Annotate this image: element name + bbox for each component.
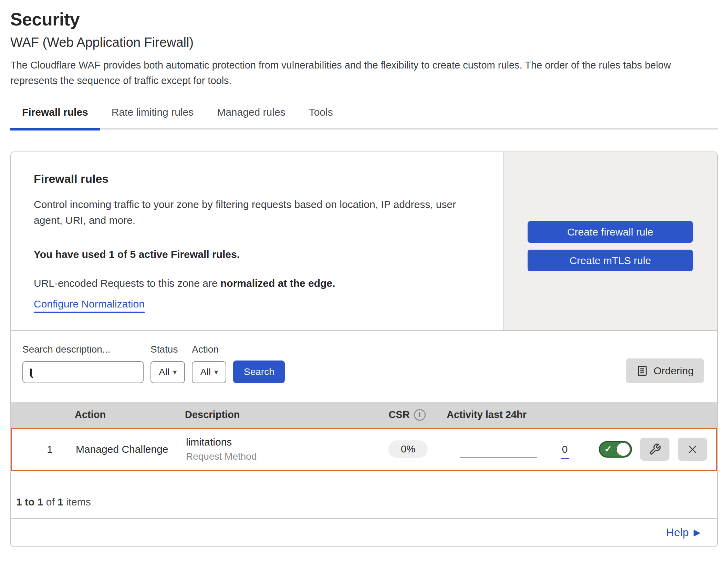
firewall-rules-description: Control incoming traffic to your zone by…: [34, 197, 478, 229]
filter-bar: Search description... Status All ▾ Actio…: [11, 330, 717, 402]
status-filter-label: Status: [150, 344, 185, 355]
pagination-range: 1 to 1: [16, 496, 43, 508]
ordering-button-label: Ordering: [654, 365, 694, 377]
firewall-rules-heading: Firewall rules: [34, 172, 482, 186]
tab-managed-rules[interactable]: Managed rules: [205, 104, 297, 128]
activity-count-link[interactable]: 0: [561, 443, 569, 459]
page-description: The Cloudflare WAF provides both automat…: [10, 58, 717, 88]
rule-description-cell: limitations Request Method: [176, 436, 372, 462]
help-arrow-icon: ▶: [694, 527, 700, 538]
edit-rule-button[interactable]: [640, 438, 669, 461]
activity-sparkline: [460, 457, 537, 458]
rule-controls-cell: ✓: [579, 438, 716, 461]
rule-description-name: limitations: [186, 436, 372, 448]
rule-priority-number: 1: [12, 443, 64, 455]
normalization-note: URL-encoded Requests to this zone are no…: [34, 278, 482, 289]
create-mtls-rule-button[interactable]: Create mTLS rule: [528, 250, 693, 271]
info-icon[interactable]: i: [414, 409, 426, 421]
page-subtitle: WAF (Web Application Firewall): [10, 35, 718, 50]
rule-activity-cell: [444, 457, 551, 470]
chevron-down-icon: ▾: [173, 368, 177, 377]
ordering-list-icon: [636, 365, 648, 377]
pagination-total: 1: [58, 496, 63, 508]
create-rule-actions-panel: Create firewall rule Create mTLS rule: [503, 152, 717, 330]
column-header-activity: Activity last 24hr: [443, 409, 550, 420]
security-waf-page: Security WAF (Web Application Firewall) …: [0, 0, 728, 547]
search-button[interactable]: Search: [233, 361, 285, 383]
toggle-knob: [616, 442, 630, 456]
firewall-rules-card: Firewall rules Control incoming traffic …: [10, 152, 718, 547]
help-row: Help ▶: [11, 518, 717, 546]
wrench-icon: [649, 443, 661, 456]
table-row-managed-challenge[interactable]: 1 Managed Challenge limitations Request …: [11, 428, 717, 471]
rule-activity-count-cell: 0: [551, 443, 579, 455]
search-description-label: Search description...: [22, 344, 144, 355]
chevron-down-icon: ▾: [214, 368, 218, 377]
normalization-note-prefix: URL-encoded Requests to this zone are: [34, 278, 220, 289]
firewall-rules-summary-section: Firewall rules Control incoming traffic …: [11, 152, 717, 330]
action-filter-group: Action All ▾: [192, 344, 226, 383]
help-link[interactable]: Help: [666, 526, 689, 539]
rule-action-cell: Managed Challenge: [64, 443, 176, 455]
firewall-rules-summary-text: Firewall rules Control incoming traffic …: [11, 152, 503, 330]
pagination-summary: 1 to 1 of 1 items: [11, 471, 717, 518]
close-icon: [687, 444, 698, 455]
ordering-button[interactable]: Ordering: [626, 358, 704, 383]
action-filter-label: Action: [192, 344, 226, 355]
tab-rate-limiting-rules[interactable]: Rate limiting rules: [100, 104, 205, 128]
column-header-action: Action: [63, 409, 175, 420]
search-box: [22, 361, 144, 383]
delete-rule-button[interactable]: [678, 438, 707, 461]
search-input[interactable]: [38, 367, 162, 378]
search-icon: [30, 368, 32, 376]
search-description-group: Search description...: [22, 344, 144, 383]
search-button-group: Search: [233, 343, 285, 383]
tab-tools[interactable]: Tools: [297, 104, 345, 128]
action-filter-dropdown[interactable]: All ▾: [192, 361, 226, 383]
column-header-description: Description: [175, 409, 371, 420]
rules-table-header: Action Description CSR i Activity last 2…: [11, 402, 717, 428]
tab-firewall-rules[interactable]: Firewall rules: [10, 104, 100, 128]
rules-tab-bar: Firewall rules Rate limiting rules Manag…: [10, 104, 718, 129]
rule-description-expression: Request Method: [186, 451, 372, 462]
rule-enabled-toggle[interactable]: ✓: [599, 441, 632, 458]
action-filter-value: All: [200, 367, 211, 378]
page-title: Security: [10, 9, 718, 30]
normalization-note-bold: normalized at the edge.: [220, 278, 335, 289]
configure-normalization-link[interactable]: Configure Normalization: [34, 298, 145, 313]
firewall-rules-usage: You have used 1 of 5 active Firewall rul…: [34, 249, 482, 260]
csr-badge: 0%: [388, 440, 428, 458]
column-header-csr: CSR i: [371, 409, 443, 421]
rule-csr-cell: 0%: [372, 440, 444, 458]
create-firewall-rule-button[interactable]: Create firewall rule: [528, 221, 693, 243]
check-icon: ✓: [604, 444, 612, 455]
